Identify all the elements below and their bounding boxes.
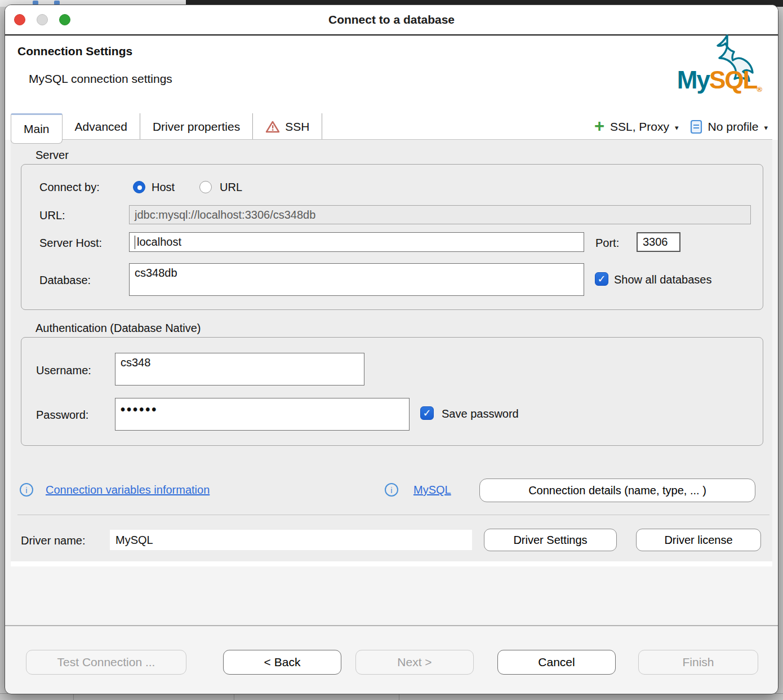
chevron-down-icon[interactable]: ▾ (764, 123, 768, 132)
connect-database-dialog: Connect to a database Connection Setting… (5, 5, 778, 694)
connect-by-url-radio[interactable] (199, 181, 212, 193)
background-grid-line (399, 694, 399, 700)
background-grid-line (73, 694, 74, 700)
mysql-logo: MySQL® (651, 31, 769, 104)
server-host-label: Server Host: (39, 237, 102, 250)
driver-name-field[interactable]: MySQL (110, 530, 472, 550)
password-masked-value: •••••• (121, 404, 158, 417)
check-icon: ✓ (597, 273, 606, 285)
save-password-label[interactable]: Save password (442, 407, 519, 420)
driver-name-label: Driver name: (21, 534, 85, 547)
cancel-button[interactable]: Cancel (497, 650, 616, 675)
server-host-input[interactable]: localhost (129, 232, 584, 252)
connect-by-label: Connect by: (39, 181, 100, 194)
background-grid-line (234, 694, 234, 700)
tab-advanced-label: Advanced (75, 120, 127, 134)
add-icon: + (594, 117, 604, 135)
tab-advanced[interactable]: Advanced (63, 113, 140, 140)
password-input[interactable]: •••••• (115, 398, 410, 431)
port-input[interactable]: 3306 (637, 232, 680, 252)
show-all-databases-checkbox[interactable]: ✓ (595, 272, 608, 286)
page-subtitle: MySQL connection settings (29, 72, 172, 86)
profile-selector[interactable]: No profile (708, 120, 759, 134)
tab-ssh[interactable]: SSH (253, 113, 322, 140)
driver-settings-button[interactable]: Driver Settings (484, 529, 617, 551)
window-title: Connect to a database (5, 5, 778, 34)
chevron-down-icon[interactable]: ▾ (675, 123, 679, 132)
save-password-checkbox[interactable]: ✓ (420, 406, 434, 420)
server-host-value: localhost (137, 236, 181, 249)
jdbc-url-input[interactable]: jdbc:mysql://localhost:3306/cs348db (129, 205, 751, 224)
check-icon: ✓ (422, 407, 431, 419)
text-cursor (135, 236, 135, 249)
tab-main-label: Main (24, 122, 50, 136)
auth-group: Username: cs348 Password: •••••• ✓ Save … (21, 337, 763, 446)
registered-mark: ® (757, 85, 762, 94)
page-title: Connection Settings (17, 45, 132, 58)
host-radio-label[interactable]: Host (152, 181, 175, 194)
driver-license-button[interactable]: Driver license (636, 529, 761, 551)
ssl-proxy-menu[interactable]: SSL, Proxy (610, 120, 669, 134)
url-label: URL: (39, 209, 65, 222)
tab-strip: Main Advanced Driver properties SSH + SS… (5, 113, 778, 140)
mysql-docs-link[interactable]: MySQL (413, 484, 451, 497)
show-all-databases-label[interactable]: Show all databases (614, 273, 711, 286)
test-connection-button[interactable]: Test Connection ... (26, 650, 186, 675)
info-icon: i (20, 483, 33, 497)
tab-ssh-label: SSH (285, 120, 309, 134)
database-value: cs348db (135, 267, 177, 280)
tab-driver-properties[interactable]: Driver properties (140, 113, 253, 140)
mysql-wordmark-my: My (677, 66, 709, 94)
driver-name-value: MySQL (115, 534, 153, 547)
warning-icon (265, 120, 280, 134)
server-group: Connect by: Host URL URL: jdbc:mysql://l… (21, 164, 763, 310)
driver-row-separator (17, 515, 769, 515)
mysql-wordmark-sql: SQL (709, 66, 757, 94)
panel-bottom-strip (11, 561, 772, 566)
url-radio-label[interactable]: URL (220, 181, 242, 194)
tab-main[interactable]: Main (11, 113, 63, 144)
jdbc-url-value: jdbc:mysql://localhost:3306/cs348db (135, 209, 315, 221)
database-input[interactable]: cs348db (129, 263, 584, 296)
connection-variables-link[interactable]: Connection variables information (46, 484, 210, 497)
connection-details-button[interactable]: Connection details (name, type, ... ) (479, 479, 755, 502)
database-label: Database: (39, 274, 91, 287)
username-input[interactable]: cs348 (115, 353, 364, 386)
tab-driver-properties-label: Driver properties (153, 120, 240, 134)
mysql-wordmark: MySQL® (677, 66, 762, 94)
next-button[interactable]: Next > (355, 650, 474, 675)
back-button[interactable]: < Back (223, 650, 341, 675)
server-section-label: Server (35, 149, 69, 162)
footer-separator (5, 625, 778, 626)
username-label: Username: (36, 364, 91, 377)
finish-button[interactable]: Finish (638, 650, 758, 675)
username-value: cs348 (121, 356, 150, 369)
title-bar[interactable]: Connect to a database (5, 5, 778, 34)
auth-section-label: Authentication (Database Native) (35, 322, 201, 335)
connect-by-host-radio[interactable] (133, 181, 145, 193)
info-icon: i (385, 483, 398, 497)
password-label: Password: (36, 409, 88, 422)
port-label: Port: (595, 237, 619, 250)
profile-document-icon (690, 119, 702, 134)
port-value: 3306 (643, 236, 668, 249)
